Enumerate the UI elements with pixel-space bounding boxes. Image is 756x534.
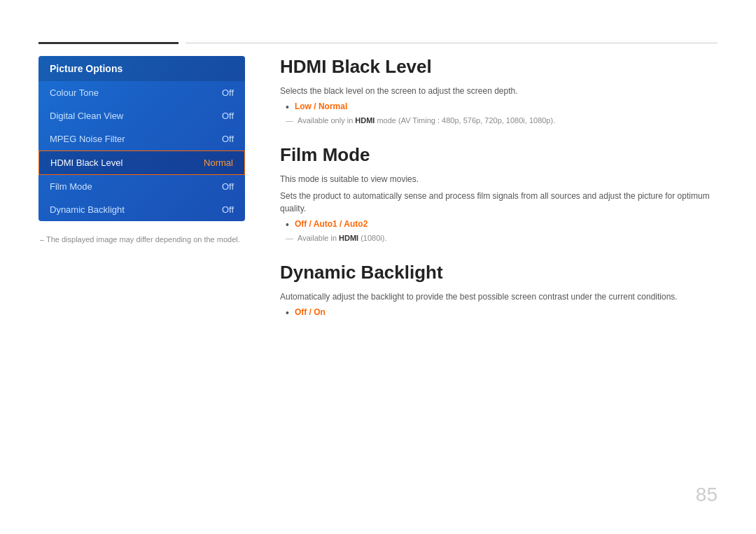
film-mode-bullet: Off / Auto1 / Auto2: [286, 219, 718, 231]
hdmi-bold-2: HDMI: [339, 234, 358, 242]
mpeg-noise-filter-value: Off: [222, 134, 234, 144]
section-dynamic-backlight: Dynamic Backlight Automatically adjust t…: [280, 262, 718, 319]
hdmi-black-level-value: Normal: [204, 157, 233, 168]
hdmi-black-level-options: Low / Normal: [295, 101, 347, 111]
dynamic-backlight-options: Off / On: [295, 307, 326, 317]
film-mode-note: Available in HDMI (1080i).: [286, 234, 718, 242]
film-mode-options: Off / Auto1 / Auto2: [295, 219, 368, 229]
colour-tone-label: Colour Tone: [50, 87, 99, 98]
dynamic-backlight-value: Off: [222, 204, 234, 215]
menu-item-hdmi-black-level[interactable]: HDMI Black Level Normal: [38, 150, 245, 175]
dynamic-backlight-desc: Automatically adjust the backlight to pr…: [280, 290, 718, 303]
digital-clean-view-value: Off: [222, 111, 234, 121]
menu-item-dynamic-backlight[interactable]: Dynamic Backlight Off: [38, 198, 245, 221]
hdmi-black-level-label: HDMI Black Level: [50, 157, 122, 168]
hdmi-black-level-title: HDMI Black Level: [280, 56, 718, 78]
right-content: HDMI Black Level Selects the black level…: [280, 56, 718, 338]
menu-item-digital-clean-view[interactable]: Digital Clean View Off: [38, 104, 245, 127]
menu-item-mpeg-noise-filter[interactable]: MPEG Noise Filter Off: [38, 127, 245, 150]
dynamic-backlight-title: Dynamic Backlight: [280, 262, 718, 283]
section-film-mode: Film Mode This mode is suitable to view …: [280, 144, 718, 242]
film-mode-title: Film Mode: [280, 144, 718, 166]
hdmi-black-level-desc: Selects the black level on the screen to…: [280, 85, 718, 97]
picture-options-menu: Picture Options Colour Tone Off Digital …: [38, 56, 245, 221]
menu-item-film-mode[interactable]: Film Mode Off: [38, 175, 245, 198]
film-mode-desc1: This mode is suitable to view movies.: [280, 173, 718, 185]
menu-header: Picture Options: [38, 56, 245, 81]
section-hdmi-black-level: HDMI Black Level Selects the black level…: [280, 56, 718, 125]
footnote: The displayed image may differ depending…: [38, 235, 245, 244]
film-mode-desc2: Sets the product to automatically sense …: [280, 190, 718, 215]
digital-clean-view-label: Digital Clean View: [50, 111, 123, 121]
hdmi-black-level-note: Available only in HDMI mode (AV Timing :…: [286, 116, 718, 125]
top-line-light: [186, 43, 718, 43]
mpeg-noise-filter-label: MPEG Noise Filter: [50, 134, 125, 144]
colour-tone-value: Off: [222, 87, 234, 98]
dynamic-backlight-bullet: Off / On: [286, 307, 718, 319]
page-number: 85: [696, 484, 718, 506]
film-mode-value: Off: [222, 181, 234, 192]
left-panel: Picture Options Colour Tone Off Digital …: [38, 56, 245, 244]
top-decorative-lines: [0, 42, 756, 44]
hdmi-black-level-bullet: Low / Normal: [286, 101, 718, 113]
dynamic-backlight-label: Dynamic Backlight: [50, 204, 125, 215]
hdmi-bold-1: HDMI: [355, 116, 374, 125]
top-line-dark: [38, 42, 178, 44]
film-mode-label: Film Mode: [50, 181, 92, 192]
menu-item-colour-tone[interactable]: Colour Tone Off: [38, 81, 245, 104]
